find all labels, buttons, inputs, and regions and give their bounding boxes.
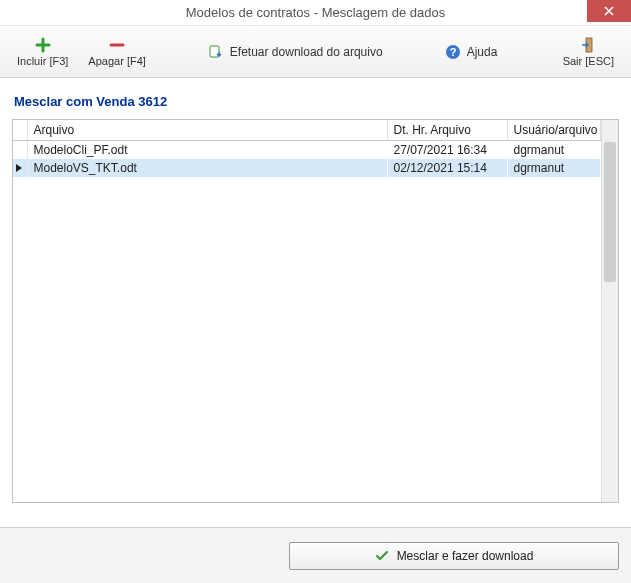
download-file-label: Efetuar download do arquivo [230, 45, 383, 59]
cell-file: ModeloCli_PF.odt [27, 141, 387, 160]
column-marker [13, 120, 27, 141]
row-indicator [13, 159, 27, 177]
exit-label: Sair [ESC] [563, 55, 614, 67]
table-row[interactable]: ModeloCli_PF.odt 27/07/2021 16:34 dgrman… [13, 141, 601, 160]
table-row[interactable]: ModeloVS_TKT.odt 02/12/2021 15:14 dgrman… [13, 159, 601, 177]
plus-icon [35, 37, 51, 53]
help-button[interactable]: ? Ajuda [436, 39, 507, 65]
help-label: Ajuda [467, 45, 498, 59]
row-indicator [13, 141, 27, 160]
vertical-scrollbar[interactable] [601, 120, 618, 502]
check-icon [375, 549, 389, 563]
svg-text:?: ? [449, 46, 456, 58]
delete-label: Apagar [F4] [88, 55, 145, 67]
exit-button[interactable]: Sair [ESC] [554, 32, 623, 72]
toolbar: Incluir [F3] Apagar [F4] Efetuar downloa… [0, 26, 631, 78]
column-header-file[interactable]: Arquivo [27, 120, 387, 141]
section-title: Mesclar com Venda 3612 [12, 88, 619, 119]
exit-icon [580, 37, 596, 53]
column-header-date[interactable]: Dt. Hr. Arquivo [387, 120, 507, 141]
content-area: Mesclar com Venda 3612 Arquivo Dt. Hr. A… [0, 78, 631, 509]
scrollbar-thumb[interactable] [604, 142, 616, 282]
footer-bar: Mesclar e fazer download [0, 527, 631, 583]
close-icon [604, 6, 614, 16]
include-button[interactable]: Incluir [F3] [8, 32, 77, 72]
delete-button[interactable]: Apagar [F4] [79, 32, 154, 72]
download-file-button[interactable]: Efetuar download do arquivo [199, 39, 392, 65]
cell-user: dgrmanut [507, 141, 601, 160]
close-button[interactable] [587, 0, 631, 22]
help-icon: ? [445, 44, 461, 60]
include-label: Incluir [F3] [17, 55, 68, 67]
merge-download-label: Mesclar e fazer download [397, 549, 534, 563]
current-row-marker-icon [16, 164, 22, 172]
cell-date: 27/07/2021 16:34 [387, 141, 507, 160]
merge-download-button[interactable]: Mesclar e fazer download [289, 542, 619, 570]
column-header-user[interactable]: Usuário/arquivo [507, 120, 601, 141]
file-grid: Arquivo Dt. Hr. Arquivo Usuário/arquivo … [12, 119, 619, 503]
titlebar: Modelos de contratos - Mesclagem de dado… [0, 0, 631, 26]
cell-date: 02/12/2021 15:14 [387, 159, 507, 177]
cell-user: dgrmanut [507, 159, 601, 177]
window-title: Modelos de contratos - Mesclagem de dado… [186, 5, 445, 20]
download-icon [208, 44, 224, 60]
cell-file: ModeloVS_TKT.odt [27, 159, 387, 177]
minus-icon [109, 37, 125, 53]
